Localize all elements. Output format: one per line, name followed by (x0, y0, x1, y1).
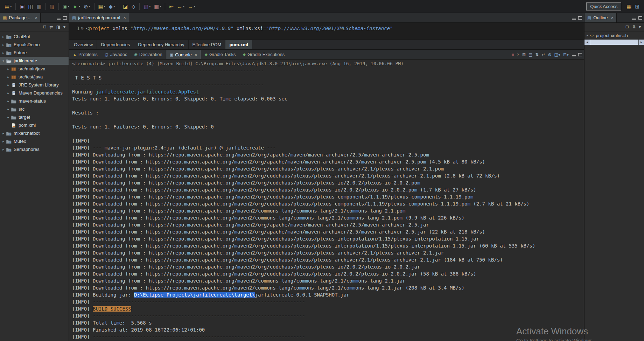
expander-icon[interactable]: ▸ (1, 51, 6, 55)
expander-icon[interactable]: ▸ (6, 75, 11, 79)
maximize-icon[interactable] (638, 16, 642, 20)
expander-icon[interactable]: ▸ (1, 132, 6, 135)
minimize-icon[interactable] (572, 55, 576, 56)
link-with-editor-icon[interactable]: ⇄ (50, 25, 53, 29)
scrollbar-thumb[interactable] (590, 40, 638, 45)
chevron-down-icon[interactable]: ▾ (160, 5, 161, 8)
open-type-button[interactable]: ◇ (130, 2, 137, 11)
xml-editor[interactable]: 1 ⊖ <project xmlns="http://maven.apache.… (69, 23, 584, 40)
chevron-down-icon[interactable]: ▾ (10, 5, 12, 8)
tree-item-maven-status[interactable]: ▸maven-status (0, 97, 69, 105)
terminate-icon[interactable]: ■ (512, 53, 514, 57)
new-class-button[interactable]: ◆▾ (107, 2, 117, 11)
maximize-icon[interactable] (63, 16, 67, 20)
expander-icon[interactable]: ▸ (585, 34, 590, 37)
tab-package-explorer[interactable]: ▦ Package ... × (0, 13, 41, 22)
annotations-button[interactable]: ▧▾ (142, 2, 152, 11)
clear-console-icon[interactable]: ▤ (528, 53, 532, 57)
tree-item-chatbot[interactable]: ▸ChatBot (0, 33, 69, 41)
chevron-down-icon[interactable]: ▾ (183, 5, 184, 8)
tree-item-jarfilecreate[interactable]: ▾jarfilecreate (0, 57, 69, 65)
chevron-down-icon[interactable]: ▾ (149, 5, 150, 8)
view-tab-declaration[interactable]: ◉Declaration (131, 50, 166, 59)
tree-item-maven-dependencies[interactable]: ▸Maven Dependencies (0, 89, 69, 97)
tree-item-semaphores[interactable]: ▸Semaphores (0, 145, 69, 153)
tree-item-equalsdemo[interactable]: ▸EqualsDemo (0, 41, 69, 49)
chevron-down-icon[interactable]: ▾ (68, 5, 69, 8)
expander-icon[interactable]: ▾ (1, 59, 6, 63)
fold-collapse-icon[interactable]: ⊖ (81, 26, 84, 31)
remove-all-launches-icon[interactable]: ⊠ (522, 53, 526, 57)
tree-item-src-main-java[interactable]: ▸src/main/java (0, 65, 69, 73)
tab-outline[interactable]: ▤ Outline × (584, 13, 617, 22)
forward-button[interactable]: →▾ (187, 2, 197, 11)
expander-icon[interactable]: ▸ (6, 99, 11, 103)
maximize-icon[interactable] (578, 16, 582, 20)
expander-icon[interactable]: ▸ (6, 107, 11, 111)
java-perspective-button[interactable]: ▦ (625, 2, 633, 11)
view-tab-javadoc[interactable]: @Javadoc (101, 50, 131, 59)
expander-icon[interactable]: ▸ (6, 83, 11, 87)
quick-access-button[interactable]: Quick Access (586, 2, 621, 11)
open-perspective-button[interactable]: ⊞ (634, 2, 641, 11)
tree-item-src-test-java[interactable]: ▸src/test/java (0, 73, 69, 81)
open-console-icon[interactable]: ⊞▾ (563, 53, 569, 57)
view-menu-icon[interactable]: ▾ (63, 25, 65, 29)
view-tab-gradle-tasks[interactable]: ◆Gradle Tasks (201, 50, 239, 59)
minimize-icon[interactable] (572, 19, 576, 20)
view-menu-icon[interactable]: ▾ (639, 25, 641, 29)
view-tab-console[interactable]: ▣Console× (166, 50, 201, 59)
scroll-right-icon[interactable]: ► (639, 40, 644, 45)
tree-item-src[interactable]: ▸src (0, 105, 69, 113)
save-button[interactable]: ▣ (18, 2, 26, 11)
scroll-left-icon[interactable]: ◄ (584, 40, 590, 45)
display-selected-console-icon[interactable]: ◫▾ (554, 53, 560, 57)
new-java-project-button[interactable]: ▦▾ (97, 2, 107, 11)
expander-icon[interactable]: ▸ (1, 140, 6, 143)
tree-item-future[interactable]: ▸Future (0, 49, 69, 57)
tree-item-target[interactable]: ▸target (0, 113, 69, 121)
maximize-icon[interactable] (578, 53, 582, 56)
close-icon[interactable]: × (35, 15, 37, 20)
close-icon[interactable]: × (195, 52, 197, 57)
sort-icon[interactable]: ⇅ (632, 25, 636, 29)
chevron-down-icon[interactable]: ▾ (104, 5, 105, 8)
focus-on-active-task-icon[interactable]: ◨ (56, 25, 60, 29)
pin-console-icon[interactable]: ⊕ (548, 53, 551, 57)
expander-icon[interactable]: ▸ (1, 148, 6, 151)
outline-item-project[interactable]: ▸ <> project xmlns=h (584, 32, 644, 39)
close-icon[interactable]: × (123, 15, 126, 20)
tree-item-mixerchatbot[interactable]: ▸mixerchatbot (0, 129, 69, 137)
last-edit-location-button[interactable]: ⇤ (168, 2, 175, 11)
view-tab-gradle-executions[interactable]: ◆Gradle Executions (239, 50, 288, 59)
chevron-down-icon[interactable]: ▾ (89, 5, 90, 8)
coverage-button[interactable]: ▩▾ (153, 2, 162, 11)
console-hyperlink[interactable]: jarfilecreate.jarfilecreate.AppTest (96, 89, 199, 95)
pom-tab-dependency-hierarchy[interactable]: Dependency Hierarchy (134, 40, 188, 49)
back-button[interactable]: ←▾ (176, 2, 186, 11)
expander-icon[interactable]: ▸ (1, 35, 6, 39)
chevron-down-icon[interactable]: ▾ (113, 5, 115, 8)
expander-icon[interactable]: ▸ (6, 67, 11, 71)
close-icon[interactable]: × (611, 15, 614, 20)
view-tab-problems[interactable]: ▲Problems (69, 50, 101, 59)
expander-icon[interactable]: ▸ (6, 91, 11, 95)
print-button[interactable]: ▥ (35, 2, 43, 11)
tree-item-jre-system-library[interactable]: ▸JRE System Library (0, 81, 69, 89)
chevron-down-icon[interactable]: ▾ (194, 5, 195, 8)
pom-tab-overview[interactable]: Overview (70, 40, 97, 49)
external-tools-button[interactable]: ⊕▾ (82, 2, 92, 11)
search-button[interactable]: ◪ (121, 2, 129, 11)
collapse-all-icon[interactable]: ⊟ (625, 25, 629, 29)
console-output[interactable]: ----------------------------------------… (69, 67, 584, 341)
expander-icon[interactable]: ▸ (6, 116, 11, 119)
minimize-icon[interactable] (632, 19, 636, 20)
pom-tab-dependencies[interactable]: Dependencies (97, 40, 134, 49)
pom-tab-pom-xml[interactable]: pom.xml (225, 40, 252, 49)
pom-tab-effective-pom[interactable]: Effective POM (189, 40, 226, 49)
expander-icon[interactable]: ▸ (1, 43, 6, 47)
minimize-icon[interactable] (57, 19, 61, 20)
save-all-button[interactable]: ◫ (27, 2, 34, 11)
debug-button[interactable]: ◉▾ (61, 2, 71, 11)
run-button[interactable]: ►▾ (71, 2, 82, 11)
